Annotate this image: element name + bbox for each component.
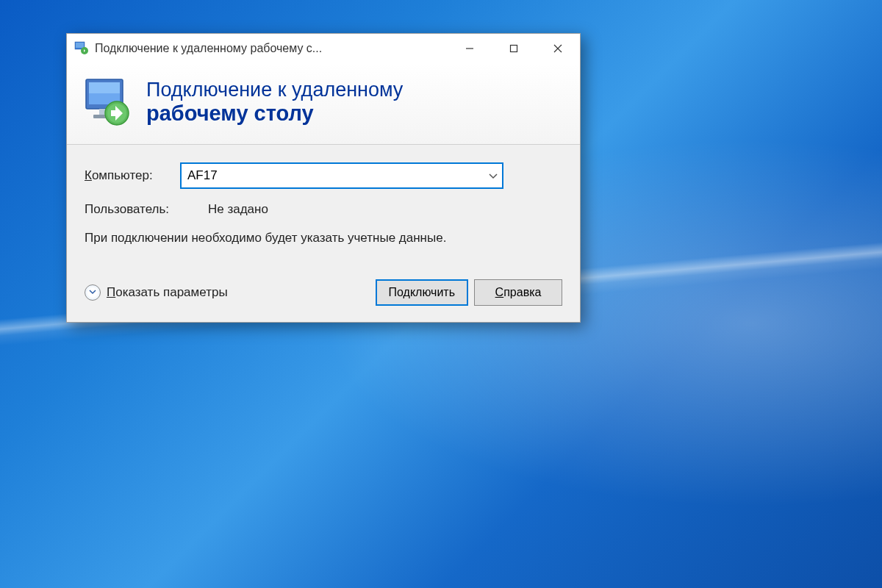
user-row: Пользователь: Не задано [85,202,562,217]
svg-rect-1 [76,43,84,48]
titlebar[interactable]: Подключение к удаленному рабочему с... [67,34,580,63]
show-options-link[interactable]: Показать параметры [85,284,370,301]
credentials-hint: При подключении необходимо будет указать… [85,230,562,247]
connect-button[interactable]: Подключить [376,279,468,306]
user-value: Не задано [208,202,268,217]
computer-combobox[interactable] [180,162,503,189]
svg-rect-9 [89,82,120,93]
close-button[interactable] [536,34,580,63]
computer-input[interactable] [180,162,503,189]
expand-down-icon [85,284,101,301]
help-button[interactable]: Справка [474,279,562,306]
dialog-footer: Показать параметры Подключить Справка [67,272,580,322]
window-title: Подключение к удаленному рабочему с... [95,42,448,55]
rdp-large-icon [82,76,133,128]
header-text: Подключение к удаленному рабочему столу [146,79,403,126]
dialog-body: Компьютер: Пользователь: Не задано При п… [67,145,580,272]
maximize-button[interactable] [492,34,536,63]
rdp-dialog: Подключение к удаленному рабочему с... [66,33,581,323]
show-options-label: Показать параметры [107,285,228,300]
header-line2: рабочему столу [146,101,403,126]
svg-rect-4 [511,46,517,52]
user-label: Пользователь: [85,202,208,217]
header-line1: Подключение к удаленному [146,79,403,101]
computer-label: Компьютер: [85,168,180,183]
computer-row: Компьютер: [85,162,562,189]
minimize-button[interactable] [448,34,492,63]
header-banner: Подключение к удаленному рабочему столу [67,63,580,145]
rdp-app-icon [74,41,89,56]
window-controls [448,34,580,63]
